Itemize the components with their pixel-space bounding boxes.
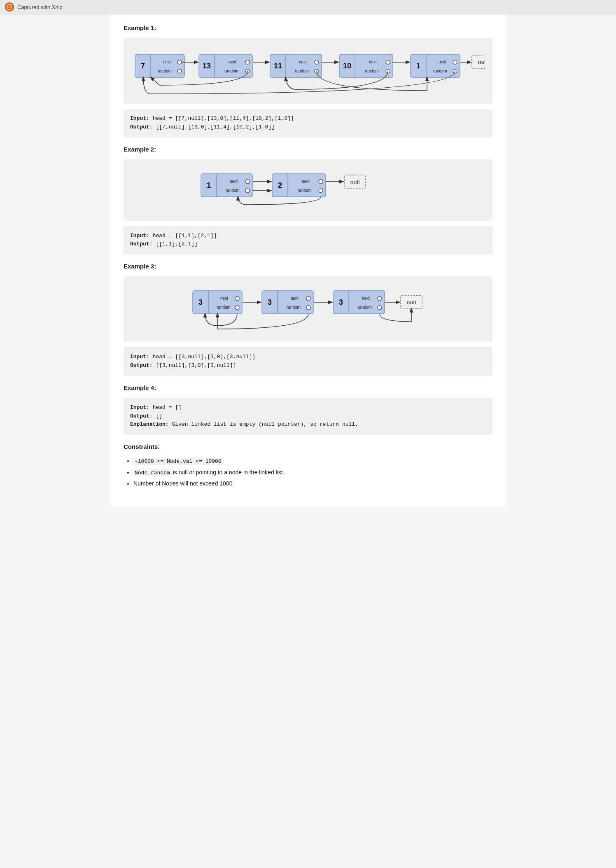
svg-text:next: next bbox=[302, 179, 310, 184]
svg-text:7: 7 bbox=[141, 62, 145, 70]
svg-text:2: 2 bbox=[278, 181, 282, 189]
svg-point-30 bbox=[386, 60, 390, 64]
example-1: Example 1: 7 next random bbox=[124, 24, 492, 138]
svg-point-85 bbox=[378, 306, 382, 310]
svg-text:next: next bbox=[369, 60, 377, 64]
svg-text:3: 3 bbox=[339, 298, 343, 306]
svg-text:random: random bbox=[158, 69, 172, 73]
svg-point-50 bbox=[245, 189, 250, 193]
svg-text:random: random bbox=[298, 188, 312, 193]
example-2-diagram: 1 next random 2 next random bbox=[124, 159, 492, 221]
constraint-3: Number of Nodes will not exceed 1000. bbox=[133, 479, 492, 488]
svg-text:next: next bbox=[439, 60, 446, 64]
svg-text:null: null bbox=[350, 179, 359, 185]
titlebar-icon bbox=[5, 2, 14, 12]
svg-point-69 bbox=[235, 306, 239, 310]
svg-text:next: next bbox=[230, 179, 238, 184]
example-3: Example 3: 3 next random bbox=[124, 263, 492, 376]
svg-text:random: random bbox=[224, 69, 238, 73]
svg-text:null: null bbox=[478, 59, 485, 65]
example-4-io: Input: head = [] Output: [] Explanation:… bbox=[124, 398, 492, 435]
constraints-title: Constraints: bbox=[124, 443, 492, 450]
svg-text:next: next bbox=[229, 60, 236, 64]
svg-text:next: next bbox=[163, 60, 171, 64]
example-2-svg: 1 next random 2 next random bbox=[197, 168, 419, 213]
svg-point-8 bbox=[177, 69, 182, 73]
example-3-title: Example 3: bbox=[124, 263, 492, 270]
example-2-title: Example 2: bbox=[124, 146, 492, 153]
svg-text:random: random bbox=[358, 305, 372, 310]
svg-text:1: 1 bbox=[416, 62, 420, 70]
example-4: Example 4: Input: head = [] Output: [] E… bbox=[124, 384, 492, 435]
constraint-2: Node.random is null or pointing to a nod… bbox=[133, 468, 492, 477]
svg-text:next: next bbox=[299, 60, 307, 64]
svg-text:10: 10 bbox=[343, 62, 351, 70]
example-2-io: Input: head = [[1,1],[2,1]] Output: [[1,… bbox=[124, 226, 492, 255]
constraints-section: Constraints: -10000 <= Node.val <= 10000… bbox=[124, 443, 492, 488]
svg-text:11: 11 bbox=[274, 62, 282, 70]
svg-text:3: 3 bbox=[198, 298, 203, 306]
svg-text:null: null bbox=[406, 299, 416, 306]
example-3-svg: 3 next random 3 next random bbox=[180, 285, 436, 334]
example-1-svg: 7 next random 13 next random bbox=[131, 46, 485, 96]
svg-text:random: random bbox=[365, 69, 379, 73]
svg-text:random: random bbox=[226, 188, 240, 193]
svg-text:next: next bbox=[291, 296, 299, 301]
svg-point-6 bbox=[177, 60, 182, 64]
svg-point-83 bbox=[378, 296, 382, 301]
example-4-title: Example 4: bbox=[124, 384, 492, 391]
svg-point-38 bbox=[453, 60, 457, 64]
svg-text:random: random bbox=[287, 305, 301, 310]
titlebar-label: Captured with Xnip bbox=[17, 4, 63, 10]
svg-text:next: next bbox=[220, 296, 228, 301]
svg-point-75 bbox=[306, 296, 310, 301]
example-3-io: Input: head = [[3,null],[3,0],[3,null]] … bbox=[124, 347, 492, 376]
svg-point-14 bbox=[245, 60, 250, 64]
svg-text:1: 1 bbox=[207, 181, 211, 189]
example-3-diagram: 3 next random 3 next random bbox=[124, 276, 492, 342]
example-1-diagram: 7 next random 13 next random bbox=[124, 38, 492, 104]
svg-text:random: random bbox=[433, 69, 447, 73]
svg-text:13: 13 bbox=[203, 62, 211, 70]
svg-text:random: random bbox=[217, 305, 231, 310]
constraints-list: -10000 <= Node.val <= 10000 Node.random … bbox=[124, 457, 492, 488]
titlebar: Captured with Xnip bbox=[0, 0, 616, 14]
svg-point-67 bbox=[235, 296, 239, 301]
constraint-1: -10000 <= Node.val <= 10000 bbox=[133, 457, 492, 466]
svg-point-48 bbox=[245, 180, 250, 184]
svg-point-59 bbox=[319, 189, 323, 193]
svg-point-22 bbox=[315, 60, 319, 64]
svg-point-57 bbox=[319, 180, 323, 184]
example-1-title: Example 1: bbox=[124, 24, 492, 31]
example-1-io: Input: head = [[7,null],[13,0],[11,4],[1… bbox=[124, 109, 492, 138]
svg-text:random: random bbox=[295, 69, 309, 73]
svg-text:next: next bbox=[362, 296, 370, 301]
svg-point-77 bbox=[306, 306, 310, 310]
svg-text:3: 3 bbox=[268, 298, 272, 306]
example-2: Example 2: 1 next random bbox=[124, 146, 492, 255]
